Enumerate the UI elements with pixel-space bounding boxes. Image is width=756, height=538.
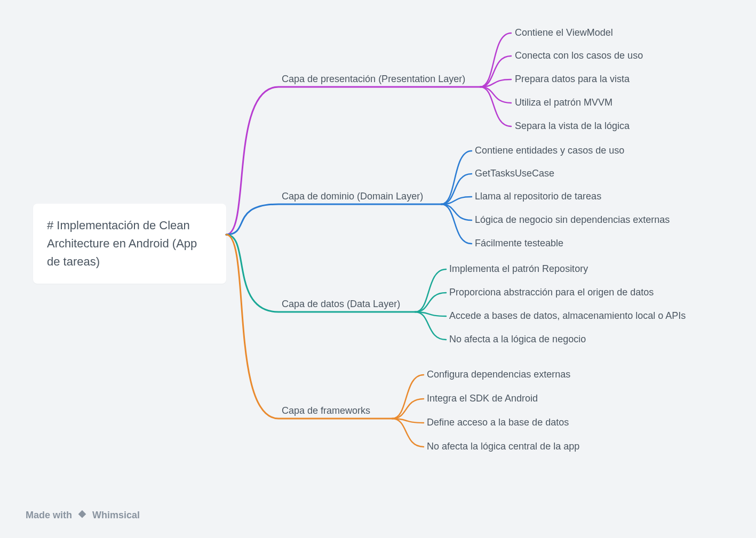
- branch-frameworks[interactable]: Capa de frameworks: [282, 405, 370, 416]
- leaf-frameworks-2[interactable]: Define acceso a la base de datos: [427, 417, 569, 428]
- leaf-text: Integra el SDK de Android: [427, 393, 538, 404]
- leaf-domain-1[interactable]: GetTasksUseCase: [475, 168, 554, 179]
- leaf-text: Define acceso a la base de datos: [427, 417, 569, 428]
- leaf-text: No afecta a la lógica de negocio: [449, 334, 586, 344]
- leaf-text: Lógica de negocio sin dependencias exter…: [475, 214, 670, 225]
- root-title: # Implementación de Clean Architecture e…: [47, 219, 197, 268]
- leaf-domain-0[interactable]: Contiene entidades y casos de uso: [475, 145, 624, 156]
- leaf-frameworks-0[interactable]: Configura dependencias externas: [427, 369, 570, 380]
- branch-domain[interactable]: Capa de dominio (Domain Layer): [282, 191, 423, 202]
- leaf-data-0[interactable]: Implementa el patrón Repository: [449, 263, 588, 275]
- branch-label: Capa de frameworks: [282, 405, 370, 416]
- branch-presentation[interactable]: Capa de presentación (Presentation Layer…: [282, 74, 465, 85]
- leaf-text: Contiene el ViewModel: [515, 27, 613, 38]
- leaf-text: Contiene entidades y casos de uso: [475, 145, 624, 156]
- leaf-text: Separa la vista de la lógica: [515, 121, 630, 131]
- leaf-presentation-4[interactable]: Separa la vista de la lógica: [515, 121, 630, 132]
- leaf-data-3[interactable]: No afecta a la lógica de negocio: [449, 334, 586, 345]
- leaf-presentation-0[interactable]: Contiene el ViewModel: [515, 27, 613, 38]
- footer-attribution: Made with Whimsical: [26, 509, 140, 521]
- footer-made-with: Made with: [26, 510, 72, 521]
- leaf-frameworks-1[interactable]: Integra el SDK de Android: [427, 393, 538, 404]
- leaf-data-1[interactable]: Proporciona abstracción para el origen d…: [449, 287, 654, 298]
- leaf-text: Configura dependencias externas: [427, 369, 570, 380]
- branch-data[interactable]: Capa de datos (Data Layer): [282, 299, 400, 310]
- branch-label: Capa de presentación (Presentation Layer…: [282, 74, 465, 84]
- leaf-text: Accede a bases de datos, almacenamiento …: [449, 310, 686, 321]
- leaf-text: Llama al repositorio de tareas: [475, 191, 601, 202]
- root-node[interactable]: # Implementación de Clean Architecture e…: [33, 204, 226, 284]
- leaf-domain-4[interactable]: Fácilmente testeable: [475, 238, 563, 249]
- leaf-presentation-1[interactable]: Conecta con los casos de uso: [515, 50, 643, 61]
- leaf-text: Fácilmente testeable: [475, 238, 563, 248]
- leaf-data-2[interactable]: Accede a bases de datos, almacenamiento …: [449, 310, 686, 322]
- leaf-text: Proporciona abstracción para el origen d…: [449, 287, 654, 298]
- branch-label: Capa de dominio (Domain Layer): [282, 191, 423, 202]
- leaf-frameworks-3[interactable]: No afecta la lógica central de la app: [427, 441, 579, 452]
- leaf-domain-2[interactable]: Llama al repositorio de tareas: [475, 191, 601, 202]
- leaf-text: GetTasksUseCase: [475, 168, 554, 179]
- leaf-text: Conecta con los casos de uso: [515, 50, 643, 61]
- leaf-text: Prepara datos para la vista: [515, 74, 630, 84]
- leaf-presentation-2[interactable]: Prepara datos para la vista: [515, 74, 630, 85]
- leaf-text: Utiliza el patrón MVVM: [515, 97, 612, 108]
- leaf-domain-3[interactable]: Lógica de negocio sin dependencias exter…: [475, 214, 670, 226]
- whimsical-logo-icon: [76, 509, 88, 521]
- leaf-text: No afecta la lógica central de la app: [427, 441, 579, 452]
- leaf-text: Implementa el patrón Repository: [449, 263, 588, 274]
- branch-label: Capa de datos (Data Layer): [282, 299, 400, 309]
- leaf-presentation-3[interactable]: Utiliza el patrón MVVM: [515, 97, 612, 108]
- footer-brand: Whimsical: [92, 510, 140, 521]
